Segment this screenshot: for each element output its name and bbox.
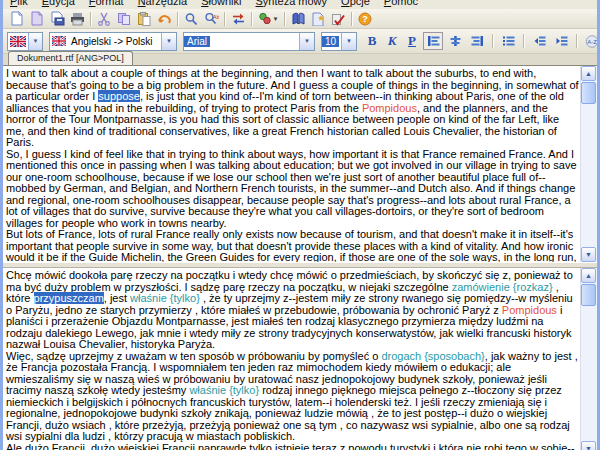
undo-icon[interactable] xyxy=(154,10,174,27)
toolbar-separator xyxy=(177,12,178,26)
sort-az-button[interactable]: A-Z xyxy=(582,32,600,50)
scrollbar-thumb[interactable] xyxy=(581,82,596,104)
scroll-down-icon[interactable]: ▼ xyxy=(581,441,596,450)
font-name-select[interactable]: Arial ▼ xyxy=(183,32,315,51)
chevron-down-icon: ▼ xyxy=(299,33,314,50)
target-panel: Chcę mówić dookoła parę rzeczy na począt… xyxy=(3,268,597,450)
language-pair-select[interactable]: Angielski -> Polski ▼ xyxy=(49,32,177,51)
uk-flag-icon xyxy=(52,36,66,46)
chevron-down-icon: ▼ xyxy=(273,16,279,22)
document-tab[interactable]: Dokument1.rtf [ANG>POL] xyxy=(8,51,133,65)
replace-icon[interactable]: Ab xyxy=(201,10,221,27)
new-document-icon[interactable] xyxy=(7,10,27,27)
scrollbar-thumb[interactable] xyxy=(581,284,596,306)
menu-slowniki[interactable]: Słowniki xyxy=(194,0,248,4)
align-right-button[interactable] xyxy=(467,32,487,50)
menu-narzedzia[interactable]: Narzędzia xyxy=(131,0,195,4)
main-toolbar: Ab ▼ ? xyxy=(3,9,597,29)
align-left-button[interactable] xyxy=(423,32,443,50)
toolbar-separator xyxy=(492,34,493,48)
toolbar-separator xyxy=(523,34,524,48)
increase-indent-button[interactable] xyxy=(551,32,571,50)
dictionary-icon[interactable] xyxy=(288,10,308,27)
italic-button[interactable]: K xyxy=(383,32,401,50)
bold-button[interactable]: B xyxy=(363,32,381,50)
menu-synteza-mowy[interactable]: Synteza mowy xyxy=(249,0,335,4)
svg-text:?: ? xyxy=(362,14,368,24)
toolbar-separator xyxy=(576,34,577,48)
source-scrollbar[interactable]: ▲ ▼ xyxy=(580,66,597,262)
paste-icon[interactable] xyxy=(134,10,154,27)
print-icon[interactable] xyxy=(67,10,87,27)
menu-bar: Plik Edycja Format Narzędzia Słowniki Sy… xyxy=(3,0,597,9)
chevron-down-icon: ▼ xyxy=(341,33,356,50)
spellcheck-icon[interactable] xyxy=(328,10,348,27)
underline-button[interactable]: P xyxy=(403,32,421,50)
language-pair-value: Angielski -> Polski xyxy=(68,36,155,47)
menu-opcje[interactable]: Opcje xyxy=(334,0,377,4)
save-document-icon[interactable] xyxy=(47,10,67,27)
toolbar-separator xyxy=(251,12,252,26)
chevron-down-icon: ▼ xyxy=(161,33,176,50)
toolbar-separator xyxy=(351,12,352,26)
scroll-up-icon[interactable]: ▲ xyxy=(581,66,596,81)
help-icon[interactable]: ? xyxy=(355,10,375,27)
source-text-area[interactable]: I want to talk about a couple of things … xyxy=(3,66,581,262)
open-document-icon[interactable] xyxy=(27,10,47,27)
menu-format[interactable]: Format xyxy=(82,0,131,4)
toolbar-separator xyxy=(284,12,285,26)
paragraph: Chcę mówić dookoła parę rzeczy na począt… xyxy=(6,270,579,351)
font-size-value: 10 xyxy=(322,36,339,47)
menu-edycja[interactable]: Edycja xyxy=(35,0,82,4)
target-scrollbar[interactable]: ▲ ▼ xyxy=(580,268,597,450)
chevron-down-icon: ▼ xyxy=(28,33,42,50)
cut-icon[interactable] xyxy=(94,10,114,27)
bullet-list-button[interactable] xyxy=(498,32,518,50)
scroll-up-icon[interactable]: ▲ xyxy=(581,268,596,283)
decrease-indent-button[interactable] xyxy=(529,32,549,50)
uk-flag-icon xyxy=(10,36,26,47)
font-size-select[interactable]: 10 ▼ xyxy=(321,32,357,51)
svg-text:A-Z: A-Z xyxy=(587,39,597,45)
paragraph: Ale dużo Francji, dużo wiejskiej Francji… xyxy=(6,443,579,450)
source-panel: I want to talk about a couple of things … xyxy=(3,66,597,262)
align-center-button[interactable] xyxy=(445,32,465,50)
target-flag-select[interactable]: ▼ xyxy=(7,32,43,51)
paragraph: But lots of France, lots of rural France… xyxy=(6,229,579,262)
target-text-area[interactable]: Chcę mówić dookoła parę rzeczy na począt… xyxy=(3,268,581,450)
scroll-down-icon[interactable]: ▼ xyxy=(581,247,596,262)
translator-app-window: Plik Edycja Format Narzędzia Słowniki Sy… xyxy=(0,0,600,450)
toolbar-separator xyxy=(224,12,225,26)
menu-pomoc[interactable]: Pomoc xyxy=(377,0,425,4)
document-tab-bar: Dokument1.rtf [ANG>POL] xyxy=(3,54,597,66)
paragraph: I want to talk about a couple of things … xyxy=(6,68,579,149)
menu-plik[interactable]: Plik xyxy=(3,0,35,4)
toolbar-separator xyxy=(90,12,91,26)
font-name-value: Arial xyxy=(184,36,210,47)
svg-text:Ab: Ab xyxy=(213,13,219,19)
find-icon[interactable] xyxy=(181,10,201,27)
paragraph: Więc, sądzę uprzejmy z uważam w ten spos… xyxy=(6,351,579,443)
translate-icon[interactable] xyxy=(228,10,248,27)
add-word-icon[interactable] xyxy=(308,10,328,27)
copy-icon[interactable] xyxy=(114,10,134,27)
translation-profile-icon[interactable]: ▼ xyxy=(255,10,281,27)
paragraph: So, I guess I kind of feel like that in … xyxy=(6,149,579,230)
